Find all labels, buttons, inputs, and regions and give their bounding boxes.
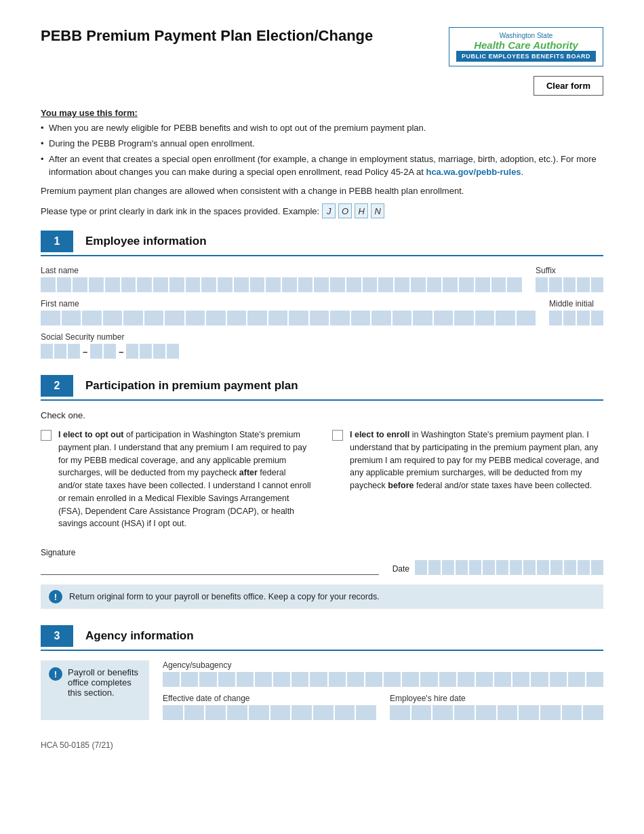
last-name-box-28[interactable] (475, 277, 490, 292)
hire-date-box-2[interactable] (411, 705, 432, 720)
pebb-rules-link[interactable]: hca.wa.gov/pebb-rules (426, 167, 521, 177)
hire-date-box-4[interactable] (454, 705, 475, 720)
first-name-box-20[interactable] (434, 311, 454, 325)
suffix-box-4[interactable] (577, 277, 589, 292)
first-name-box-3[interactable] (82, 311, 102, 325)
date-box-6[interactable] (483, 560, 495, 575)
hire-date-box-5[interactable] (476, 705, 496, 720)
date-box-10[interactable] (537, 560, 549, 575)
middle-initial-box-1[interactable] (549, 311, 562, 325)
last-name-box-29[interactable] (491, 277, 506, 292)
ssn-box-2[interactable] (54, 344, 66, 359)
first-name-box-19[interactable] (413, 311, 432, 325)
eff-date-box-5[interactable] (249, 705, 269, 720)
agency-box-17[interactable] (458, 672, 475, 687)
agency-box-24[interactable] (586, 672, 603, 687)
last-name-box-16[interactable] (282, 277, 297, 292)
last-name-box-30[interactable] (507, 277, 522, 292)
hire-date-box-7[interactable] (519, 705, 539, 720)
first-name-box-8[interactable] (186, 311, 205, 325)
agency-box-1[interactable] (163, 672, 180, 687)
last-name-box-27[interactable] (459, 277, 474, 292)
first-name-box-16[interactable] (351, 311, 371, 325)
opt-out-checkbox[interactable] (41, 430, 52, 441)
last-name-box-8[interactable] (153, 277, 168, 292)
agency-box-2[interactable] (181, 672, 198, 687)
first-name-box-22[interactable] (475, 311, 495, 325)
last-name-box-22[interactable] (378, 277, 393, 292)
suffix-box-3[interactable] (563, 277, 576, 292)
last-name-box-23[interactable] (395, 277, 409, 292)
date-box-11[interactable] (550, 560, 563, 575)
last-name-box-12[interactable] (218, 277, 233, 292)
date-box-1[interactable] (415, 560, 427, 575)
date-box-7[interactable] (496, 560, 508, 575)
agency-box-12[interactable] (365, 672, 382, 687)
date-box-14[interactable] (591, 560, 603, 575)
last-name-box-9[interactable] (169, 277, 184, 292)
agency-box-22[interactable] (550, 672, 567, 687)
first-name-box-5[interactable] (123, 311, 143, 325)
agency-box-16[interactable] (439, 672, 456, 687)
eff-date-box-3[interactable] (205, 705, 226, 720)
last-name-box-7[interactable] (137, 277, 152, 292)
last-name-box-18[interactable] (314, 277, 329, 292)
eff-date-box-10[interactable] (356, 705, 376, 720)
first-name-box-15[interactable] (330, 311, 350, 325)
ssn-box-9[interactable] (167, 344, 179, 359)
hire-date-box-8[interactable] (540, 705, 561, 720)
signature-line[interactable] (41, 560, 379, 575)
hire-date-box-10[interactable] (583, 705, 603, 720)
middle-initial-box-2[interactable] (563, 311, 576, 325)
enroll-checkbox[interactable] (332, 430, 343, 441)
last-name-box-10[interactable] (186, 277, 201, 292)
last-name-box-3[interactable] (73, 277, 87, 292)
last-name-box-21[interactable] (363, 277, 378, 292)
first-name-box-4[interactable] (103, 311, 123, 325)
date-box-12[interactable] (564, 560, 576, 575)
ssn-box-5[interactable] (104, 344, 116, 359)
agency-box-7[interactable] (273, 672, 290, 687)
last-name-box-1[interactable] (41, 277, 56, 292)
agency-box-10[interactable] (329, 672, 346, 687)
first-name-box-18[interactable] (393, 311, 412, 325)
agency-box-18[interactable] (476, 672, 493, 687)
first-name-box-7[interactable] (165, 311, 184, 325)
last-name-box-25[interactable] (427, 277, 442, 292)
ssn-box-4[interactable] (90, 344, 102, 359)
suffix-box-2[interactable] (549, 277, 561, 292)
last-name-box-26[interactable] (443, 277, 458, 292)
date-box-13[interactable] (578, 560, 590, 575)
ssn-box-1[interactable] (41, 344, 53, 359)
eff-date-box-7[interactable] (291, 705, 312, 720)
suffix-box-5[interactable] (591, 277, 603, 292)
agency-box-23[interactable] (568, 672, 585, 687)
agency-box-11[interactable] (347, 672, 364, 687)
hire-date-box-9[interactable] (562, 705, 582, 720)
eff-date-box-2[interactable] (184, 705, 205, 720)
last-name-box-5[interactable] (105, 277, 120, 292)
agency-box-19[interactable] (494, 672, 511, 687)
eff-date-box-6[interactable] (270, 705, 291, 720)
agency-box-4[interactable] (218, 672, 235, 687)
agency-box-9[interactable] (310, 672, 327, 687)
agency-box-5[interactable] (237, 672, 254, 687)
first-name-box-1[interactable] (41, 311, 60, 325)
middle-initial-box-3[interactable] (577, 311, 590, 325)
first-name-box-21[interactable] (454, 311, 474, 325)
ssn-box-8[interactable] (153, 344, 165, 359)
clear-form-button[interactable]: Clear form (534, 76, 603, 96)
first-name-box-11[interactable] (247, 311, 267, 325)
ssn-box-6[interactable] (126, 344, 138, 359)
last-name-box-24[interactable] (411, 277, 426, 292)
date-box-8[interactable] (510, 560, 522, 575)
hire-date-box-1[interactable] (390, 705, 410, 720)
agency-box-20[interactable] (512, 672, 529, 687)
middle-initial-box-4[interactable] (591, 311, 604, 325)
last-name-box-20[interactable] (346, 277, 361, 292)
first-name-box-17[interactable] (371, 311, 391, 325)
last-name-box-6[interactable] (121, 277, 136, 292)
date-box-5[interactable] (469, 560, 481, 575)
last-name-box-19[interactable] (330, 277, 345, 292)
last-name-box-15[interactable] (266, 277, 281, 292)
